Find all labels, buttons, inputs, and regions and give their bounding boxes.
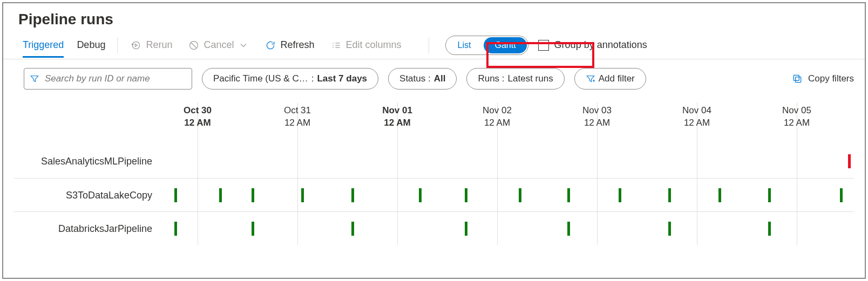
group-by-annotations[interactable]: Group by annotations [538, 39, 647, 51]
toolbar-separator [117, 37, 118, 53]
run-marker[interactable] [351, 222, 354, 236]
group-by-label: Group by annotations [554, 39, 647, 51]
gantt-row: S3ToDataLakeCopy [14, 178, 854, 211]
filter-icon [30, 74, 39, 84]
run-marker[interactable] [718, 188, 721, 202]
gantt-row: DatabricksJarPipeline [14, 211, 854, 245]
tz-value: Last 7 days [317, 73, 367, 84]
copy-filters-label: Copy filters [808, 73, 854, 84]
cancel-button: Cancel [187, 37, 250, 53]
refresh-button[interactable]: Refresh [264, 37, 315, 53]
copy-filters-button[interactable]: Copy filters [792, 73, 854, 84]
run-marker[interactable] [840, 188, 843, 202]
run-marker[interactable] [668, 222, 671, 236]
rerun-icon [131, 40, 141, 51]
pipeline-label[interactable]: S3ToDataLakeCopy [14, 189, 159, 201]
add-filter-button[interactable]: Add filter [574, 68, 646, 90]
checkbox-icon [538, 40, 549, 51]
cancel-label: Cancel [204, 39, 234, 51]
run-marker[interactable] [174, 188, 177, 202]
time-range-filter[interactable]: Pacific Time (US & C… : Last 7 days [202, 68, 378, 90]
search-box[interactable] [24, 68, 192, 90]
search-input[interactable] [45, 73, 186, 84]
timeline-label: Nov 0212 AM [483, 105, 512, 129]
run-marker[interactable] [252, 188, 254, 202]
status-filter[interactable]: Status : All [388, 68, 457, 90]
timeline-label: Nov 0512 AM [782, 105, 811, 129]
run-marker[interactable] [219, 188, 222, 202]
toolbar-separator-2 [429, 37, 429, 53]
run-marker[interactable] [848, 154, 851, 168]
timeline-label: Oct 3012 AM [184, 105, 212, 129]
runs-prefix: Runs : [478, 73, 504, 84]
tabs: Triggered Debug [23, 33, 105, 58]
run-marker[interactable] [174, 222, 177, 236]
refresh-icon [265, 40, 276, 51]
timeline-label: Oct 3112 AM [284, 105, 311, 129]
view-mode-toggle: List Gantt [445, 36, 528, 55]
cancel-icon [188, 40, 199, 51]
runs-filter[interactable]: Runs : Latest runs [466, 68, 564, 90]
timeline-label: Nov 0312 AM [582, 105, 612, 129]
pipeline-label[interactable]: DatabricksJarPipeline [14, 223, 159, 234]
timeline-label: Nov 0412 AM [682, 105, 711, 129]
status-prefix: Status : [399, 73, 431, 84]
rerun-button: Rerun [130, 37, 173, 53]
gantt-row: SalesAnalyticsMLPipeline [14, 145, 854, 178]
page-title: Pipeline runs [3, 3, 865, 31]
tz-prefix: Pacific Time (US & C… [213, 73, 308, 84]
run-marker[interactable] [419, 188, 422, 202]
timeline-label: Nov 0112 AM [382, 105, 412, 129]
add-filter-icon [586, 74, 595, 84]
run-marker[interactable] [301, 188, 304, 202]
pipeline-label[interactable]: SalesAnalyticsMLPipeline [14, 156, 159, 167]
tab-triggered[interactable]: Triggered [23, 33, 64, 58]
run-marker[interactable] [768, 222, 771, 236]
svg-point-0 [133, 42, 140, 49]
run-marker[interactable] [465, 188, 467, 202]
copy-icon [792, 73, 803, 84]
time-header: Oct 3012 AMOct 3112 AMNov 0112 AMNov 021… [165, 102, 854, 145]
run-marker[interactable] [351, 188, 354, 202]
gantt-chart: Oct 3012 AMOct 3112 AMNov 0112 AMNov 021… [14, 102, 865, 264]
edit-columns-label: Edit columns [346, 39, 402, 51]
add-filter-label: Add filter [599, 73, 635, 84]
gantt-rows: SalesAnalyticsMLPipelineS3ToDataLakeCopy… [14, 145, 854, 245]
run-marker[interactable] [252, 222, 254, 236]
run-marker[interactable] [668, 188, 671, 202]
edit-columns-button: Edit columns [330, 37, 403, 53]
list-view-button[interactable]: List [446, 36, 483, 54]
run-marker[interactable] [519, 188, 521, 202]
svg-rect-3 [794, 75, 799, 80]
refresh-label: Refresh [280, 39, 314, 51]
run-marker[interactable] [567, 222, 570, 236]
gantt-view-button[interactable]: Gantt [484, 37, 526, 53]
toolbar: Triggered Debug Rerun Cancel Refresh Edi… [3, 31, 865, 59]
runs-value: Latest runs [508, 73, 553, 84]
svg-rect-2 [796, 77, 801, 83]
columns-icon [331, 40, 342, 51]
status-value: All [434, 73, 446, 84]
run-marker[interactable] [768, 188, 771, 202]
rerun-label: Rerun [146, 39, 172, 51]
run-marker[interactable] [567, 188, 570, 202]
chevron-down-icon [238, 40, 249, 51]
run-marker[interactable] [465, 222, 467, 236]
window-frame: Pipeline runs Triggered Debug Rerun Canc… [2, 2, 866, 279]
run-marker[interactable] [619, 188, 621, 202]
tz-sep: : [311, 73, 314, 84]
filter-row: Pacific Time (US & C… : Last 7 days Stat… [3, 59, 865, 95]
tab-debug[interactable]: Debug [77, 33, 105, 58]
